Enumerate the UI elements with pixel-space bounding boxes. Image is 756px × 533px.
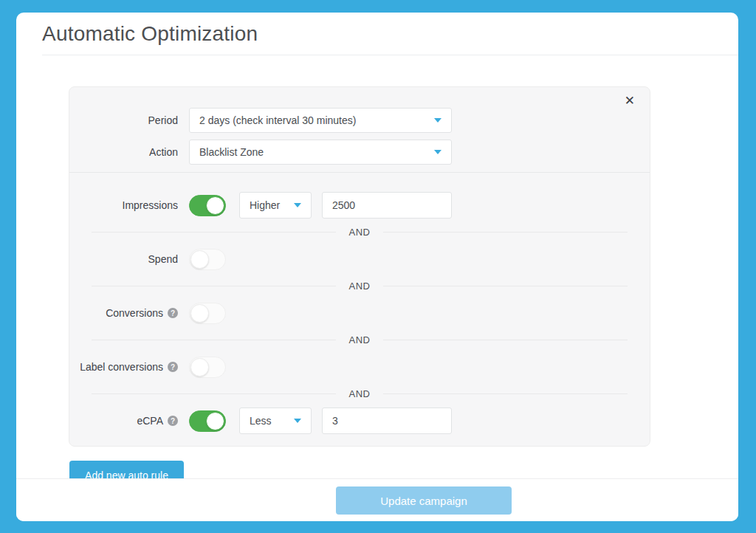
and-separator: AND xyxy=(69,382,650,406)
period-select-value: 2 days (check interval 30 minutes) xyxy=(199,114,356,126)
condition-row-label-conversions: Label conversions ? xyxy=(69,352,650,382)
chevron-down-icon xyxy=(294,419,301,423)
chevron-down-icon xyxy=(434,150,441,154)
impressions-value-input[interactable] xyxy=(322,192,452,219)
spend-label: Spend xyxy=(69,253,189,265)
impressions-operator-value: Higher xyxy=(250,199,280,211)
period-label: Period xyxy=(69,114,189,126)
rule-settings-section: ✕ Period 2 days (check interval 30 minut… xyxy=(69,87,650,173)
ecpa-label: eCPA ? xyxy=(69,415,189,427)
impressions-operator-select[interactable]: Higher xyxy=(239,192,312,219)
label-conversions-label: Label conversions ? xyxy=(69,361,189,373)
impressions-label: Impressions xyxy=(69,199,189,211)
and-separator: AND xyxy=(69,220,650,244)
conversions-label: Conversions ? xyxy=(69,307,189,319)
and-label: AND xyxy=(349,227,371,238)
spend-toggle[interactable] xyxy=(189,249,226,270)
main-card: Automatic Optimization ✕ Period 2 days (… xyxy=(16,13,738,521)
help-icon[interactable]: ? xyxy=(168,308,178,318)
condition-row-conversions: Conversions ? xyxy=(69,298,650,328)
header: Automatic Optimization xyxy=(42,13,738,55)
impressions-toggle[interactable] xyxy=(189,195,226,216)
condition-row-impressions: Impressions Higher xyxy=(69,190,650,220)
auto-rule-panel: ✕ Period 2 days (check interval 30 minut… xyxy=(69,86,650,447)
and-separator: AND xyxy=(69,328,650,352)
action-select-value: Blacklist Zone xyxy=(199,146,264,158)
condition-row-spend: Spend xyxy=(69,244,650,274)
label-conversions-toggle[interactable] xyxy=(189,357,226,378)
and-label: AND xyxy=(349,334,371,345)
footer-bar: Update campaign xyxy=(16,478,738,521)
ecpa-toggle[interactable] xyxy=(189,410,226,432)
period-select[interactable]: 2 days (check interval 30 minutes) xyxy=(189,108,452,133)
update-campaign-button[interactable]: Update campaign xyxy=(336,486,512,515)
and-label: AND xyxy=(349,388,371,399)
help-icon[interactable]: ? xyxy=(168,362,178,372)
chevron-down-icon xyxy=(434,118,441,123)
action-label: Action xyxy=(69,146,189,158)
page-title: Automatic Optimization xyxy=(42,22,738,46)
conversions-toggle[interactable] xyxy=(189,303,226,324)
conditions-section: Impressions Higher AND Spend xyxy=(69,173,650,436)
close-icon[interactable]: ✕ xyxy=(625,94,635,107)
action-row: Action Blacklist Zone xyxy=(69,140,650,165)
help-icon[interactable]: ? xyxy=(168,416,178,426)
and-label: AND xyxy=(349,281,371,292)
ecpa-operator-value: Less xyxy=(250,415,272,427)
ecpa-value-input[interactable] xyxy=(322,408,452,434)
condition-row-ecpa: eCPA ? Less xyxy=(69,406,650,436)
chevron-down-icon xyxy=(294,203,301,207)
ecpa-operator-select[interactable]: Less xyxy=(239,408,312,434)
action-select[interactable]: Blacklist Zone xyxy=(189,140,452,165)
and-separator: AND xyxy=(69,274,650,298)
period-row: Period 2 days (check interval 30 minutes… xyxy=(69,108,650,133)
